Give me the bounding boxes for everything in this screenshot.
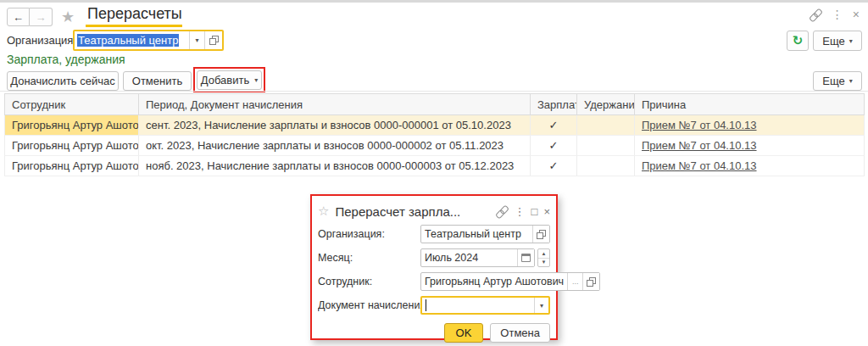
dialog-buttons: OK Отмена	[318, 323, 550, 343]
spinner-down-icon[interactable]: ▼	[538, 259, 549, 267]
doc-dropdown-button[interactable]: ▾	[534, 298, 548, 313]
deductions-cell[interactable]	[577, 156, 635, 176]
col-header-salary[interactable]: Зарплата	[531, 94, 577, 115]
forward-button[interactable]: →	[30, 8, 53, 26]
reason-link[interactable]: Прием №7 от 04.10.13	[642, 139, 757, 152]
reason-cell[interactable]: Прием №7 от 04.10.13	[635, 156, 865, 176]
more-button-label: Еще	[822, 75, 844, 87]
employee-cell[interactable]: Григорьянц Артур Ашотович	[5, 136, 139, 156]
employee-cell[interactable]: Григорьянц Артур Ашотович	[5, 115, 139, 136]
add-button[interactable]: Добавить▾	[197, 70, 262, 90]
dialog-annotation: ☆ Перерасчет зарпла... ⋮ □ × Организация…	[310, 194, 558, 340]
forward-icon: →	[36, 11, 47, 24]
back-icon: ←	[13, 11, 24, 24]
dialog-doc-value[interactable]	[422, 298, 534, 313]
refresh-icon: ↻	[793, 33, 804, 48]
recalc-table: Сотрудник Период, Документ начисления За…	[4, 93, 864, 176]
table-header-row: Сотрудник Период, Документ начисления За…	[5, 94, 865, 115]
salary-check-cell[interactable]: ✓	[531, 136, 577, 156]
reason-link[interactable]: Прием №7 от 04.10.13	[642, 119, 757, 131]
page-title: Перерасчеты	[87, 5, 182, 23]
dialog-employee-label: Сотрудник:	[318, 276, 420, 287]
dialog-month-label: Месяц:	[318, 252, 420, 264]
open-link-icon	[209, 36, 219, 45]
dialog-employee-value[interactable]: Григорьянц Артур Ашотович	[421, 273, 567, 290]
table-row[interactable]: Григорьянц Артур Ашотович нояб. 2023, На…	[5, 156, 865, 176]
org-open-button[interactable]	[532, 226, 549, 243]
period-cell[interactable]: сент. 2023, Начисление зарплаты и взносо…	[139, 115, 531, 136]
titlebar-actions: ⋮ ×	[810, 8, 860, 20]
more-menu-icon[interactable]: ⋮	[515, 205, 526, 218]
dialog-doc-input[interactable]: ▾	[420, 296, 550, 315]
close-icon[interactable]: ×	[853, 8, 860, 20]
salary-check-cell[interactable]: ✓	[531, 156, 577, 176]
cancel-recalc-button[interactable]: Отменить	[123, 71, 192, 91]
table-row[interactable]: Григорьянц Артур Ашотович окт. 2023, Нач…	[5, 136, 865, 156]
get-link-icon[interactable]	[810, 9, 822, 20]
organization-input[interactable]: Театральный центр ▾	[73, 30, 224, 51]
dialog-doc-row: Документ начисления: ▾	[318, 293, 550, 317]
check-icon: ✓	[549, 119, 559, 131]
month-spinner: ▲ ▼	[537, 248, 550, 267]
dialog-title: Перерасчет зарпла...	[335, 204, 489, 219]
text-cursor	[426, 299, 426, 311]
ellipsis-icon: …	[572, 278, 579, 286]
period-cell[interactable]: окт. 2023, Начисление зарплаты и взносов…	[139, 136, 531, 156]
favorite-star-outline-icon[interactable]: ☆	[318, 204, 329, 219]
dialog-month-input[interactable]: Июль 2024	[420, 248, 535, 267]
ok-button[interactable]: OK	[444, 323, 484, 343]
calendar-button[interactable]	[517, 249, 534, 266]
employee-cell[interactable]: Григорьянц Артур Ашотович	[5, 156, 139, 176]
dialog-org-value[interactable]: Театральный центр	[421, 226, 532, 243]
organization-label: Организация:	[7, 34, 76, 47]
reason-link[interactable]: Прием №7 от 04.10.13	[642, 159, 757, 172]
calendar-icon	[521, 254, 531, 262]
col-header-employee[interactable]: Сотрудник	[5, 94, 139, 115]
reason-cell[interactable]: Прием №7 от 04.10.13	[635, 115, 865, 136]
deductions-cell[interactable]	[577, 136, 635, 156]
top-edge-strip	[0, 0, 868, 3]
dialog-employee-input[interactable]: Григорьянц Артур Ашотович …	[420, 272, 600, 291]
refresh-button[interactable]: ↻	[787, 31, 809, 51]
more-button-section[interactable]: Еще▾	[813, 71, 862, 91]
section-title: Зарплата, удержания	[7, 53, 125, 66]
app-window: ← → ★ Перерасчеты ⋮ × Организация: Театр…	[0, 0, 868, 346]
reason-cell[interactable]: Прием №7 от 04.10.13	[635, 136, 865, 156]
more-menu-icon[interactable]: ⋮	[832, 8, 843, 20]
back-button[interactable]: ←	[7, 8, 30, 26]
spinner-up-icon[interactable]: ▲	[538, 249, 549, 259]
maximize-icon[interactable]: □	[531, 205, 538, 218]
dialog-org-input[interactable]: Театральный центр	[420, 225, 550, 243]
open-link-icon	[537, 230, 546, 239]
chevron-down-icon: ▾	[849, 37, 853, 45]
employee-choose-button[interactable]: …	[567, 273, 582, 290]
add-button-annotation: Добавить▾	[193, 67, 265, 92]
period-cell[interactable]: нояб. 2023, Начисление зарплаты и взносо…	[139, 156, 531, 176]
table-row[interactable]: Григорьянц Артур Ашотович сент. 2023, На…	[5, 115, 865, 136]
check-icon: ✓	[549, 159, 559, 172]
dialog-month-row: Месяц: Июль 2024 ▲ ▼	[318, 246, 550, 270]
employee-open-button[interactable]	[582, 273, 599, 290]
active-tab-underline	[86, 25, 182, 27]
salary-check-cell[interactable]: ✓	[531, 115, 577, 136]
get-link-icon[interactable]	[496, 206, 509, 217]
cancel-button[interactable]: Отмена	[490, 323, 550, 343]
dialog-month-value[interactable]: Июль 2024	[421, 249, 517, 266]
col-header-reason[interactable]: Причина	[635, 94, 865, 115]
organization-value[interactable]: Театральный центр	[75, 31, 189, 49]
organization-dropdown-button[interactable]: ▾	[189, 31, 204, 49]
favorite-star-icon[interactable]: ★	[61, 8, 75, 26]
organization-open-button[interactable]	[204, 31, 222, 49]
col-header-period[interactable]: Период, Документ начисления	[139, 94, 531, 115]
chevron-down-icon: ▾	[540, 302, 543, 310]
col-header-deductions[interactable]: Удержания	[577, 94, 635, 115]
nav-buttons: ← →	[7, 8, 53, 26]
check-icon: ✓	[549, 139, 559, 152]
accrue-now-button[interactable]: Доначислить сейчас	[7, 71, 119, 91]
deductions-cell[interactable]	[577, 115, 635, 136]
recalc-dialog: ☆ Перерасчет зарпла... ⋮ □ × Организация…	[312, 196, 556, 338]
close-icon[interactable]: ×	[543, 205, 550, 218]
dialog-doc-label: Документ начисления:	[318, 299, 420, 311]
add-button-label: Добавить	[201, 74, 249, 86]
more-button-top[interactable]: Еще▾	[813, 31, 862, 51]
